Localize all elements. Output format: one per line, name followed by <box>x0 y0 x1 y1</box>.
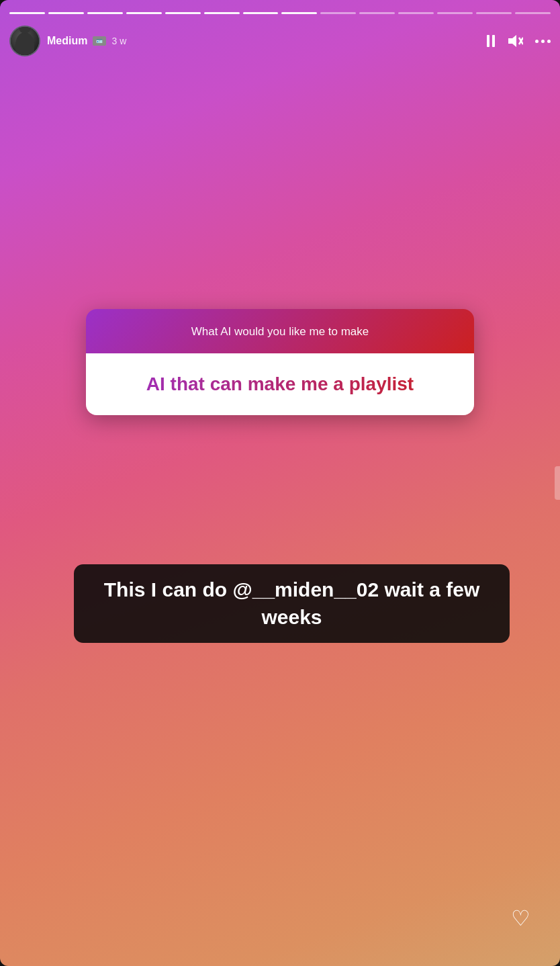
progress-bar-4 <box>126 12 162 14</box>
story-container: Medium 🪪 3 w <box>0 0 560 966</box>
progress-bar-14 <box>515 12 551 14</box>
poll-answer-text: AI that can make me a playlist <box>99 372 461 396</box>
progress-bar-1 <box>9 12 45 14</box>
progress-bar-2 <box>48 12 84 14</box>
progress-bar-8 <box>281 12 317 14</box>
progress-bar-13 <box>476 12 512 14</box>
progress-bar-3 <box>87 12 123 14</box>
response-bubble: This I can do @__miden__02 wait a few we… <box>74 564 510 643</box>
more-options-button[interactable] <box>535 40 551 43</box>
like-button[interactable]: ♡ <box>505 903 536 934</box>
story-header: Medium 🪪 3 w <box>9 26 551 56</box>
response-text: This I can do @__miden__02 wait a few we… <box>89 576 495 631</box>
progress-bar-7 <box>243 12 279 14</box>
poll-card: What AI would you like me to make AI tha… <box>86 309 474 415</box>
pause-icon <box>487 35 495 47</box>
swipe-indicator <box>555 466 560 500</box>
progress-bar-11 <box>398 12 434 14</box>
pause-button[interactable] <box>487 35 495 47</box>
verified-badge-icon: 🪪 <box>93 36 106 46</box>
progress-bar-9 <box>320 12 356 14</box>
avatar[interactable] <box>9 26 40 56</box>
progress-bar-10 <box>359 12 395 14</box>
svg-marker-0 <box>508 35 516 47</box>
time-ago-label: 3 w <box>111 36 126 46</box>
mute-icon <box>507 34 523 48</box>
mention-tag[interactable]: @__miden__02 <box>232 578 379 601</box>
username-label[interactable]: Medium <box>47 35 87 47</box>
header-info: Medium 🪪 3 w <box>47 35 487 47</box>
heart-icon: ♡ <box>511 908 530 929</box>
mute-button[interactable] <box>507 34 523 48</box>
poll-header: What AI would you like me to make <box>86 309 474 353</box>
progress-bar-12 <box>437 12 473 14</box>
more-options-icon <box>535 40 551 43</box>
progress-bar-6 <box>204 12 240 14</box>
progress-bar-5 <box>165 12 201 14</box>
poll-answer-area: AI that can make me a playlist <box>86 353 474 415</box>
header-controls <box>487 34 551 48</box>
progress-bars <box>9 12 551 14</box>
poll-question-text: What AI would you like me to make <box>99 324 461 340</box>
